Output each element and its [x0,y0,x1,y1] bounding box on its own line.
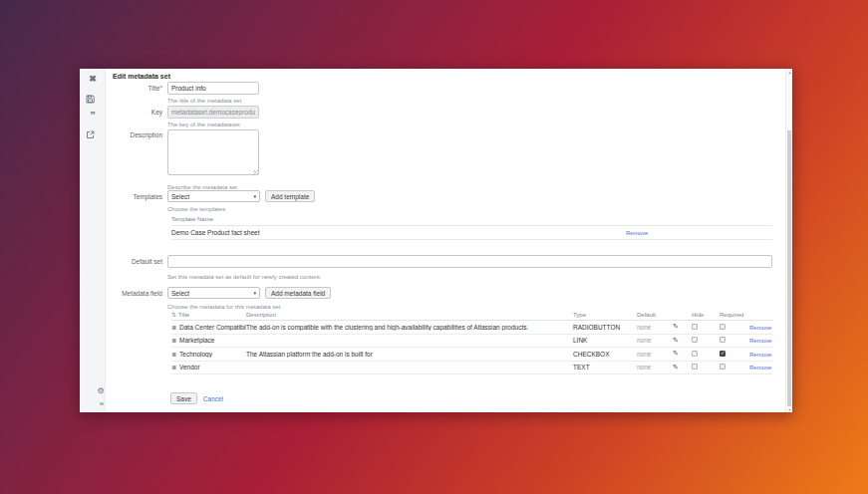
template-name-header: Template Name [171,214,772,226]
chevron-down-icon: ▾ [253,290,256,296]
add-metadata-field-button[interactable]: Add metadata field [265,287,331,299]
remove-field-link[interactable]: Remove [749,338,771,344]
remove-field-link[interactable]: Remove [749,352,771,358]
required-checkbox[interactable] [720,324,725,330]
default-set-input[interactable] [167,255,772,268]
default-set-label: Default set [107,258,162,265]
key-input [167,106,259,119]
field-default: none [637,337,673,344]
field-default: none [637,364,673,370]
drag-handle-icon[interactable]: ≣ [171,365,176,370]
table-row: ≣Technology The Atlassian platform the a… [171,348,772,362]
sidebar-rail: ✖ ” ⚙ » [80,69,106,412]
scroll-down-icon[interactable]: ▼ [786,407,793,412]
field-title: Technology [179,351,212,358]
field-type: LINK [573,337,637,344]
edit-default-icon[interactable]: ✎ [673,323,679,330]
header-default: Default [637,312,673,318]
app-logo-icon[interactable]: ✖ [86,74,100,84]
scroll-up-icon[interactable]: ▲ [786,70,793,75]
title-input[interactable] [167,82,259,95]
edit-metadata-set-panel: ✖ ” ⚙ » ▲ ▼ Edit metadata set Title* The… [80,69,792,412]
form-content: Edit metadata set Title* The title of th… [107,69,785,412]
resize-handle[interactable] [253,170,258,175]
header-hide: Hide [692,312,720,318]
table-row: ≣Vendor TEXT none ✎ Remove [171,362,772,375]
drag-handle-icon[interactable]: ≣ [171,338,176,344]
cancel-link[interactable]: Cancel [203,395,223,402]
settings-gear-icon[interactable]: ⚙ [94,386,108,395]
title-label: Title* [107,85,162,92]
field-table-header: ⇅Title Description Type Default Hide Req… [171,309,772,321]
description-textarea[interactable] [167,129,259,175]
header-type: Type [573,312,637,318]
table-row: ≣Data Center Compatibility The add-on is… [171,321,772,335]
metadata-field-table: ⇅Title Description Type Default Hide Req… [171,309,772,374]
save-disk-icon[interactable] [86,95,100,104]
edit-default-icon[interactable]: ✎ [673,337,679,344]
field-title: Data Center Compatibility [179,324,246,331]
templates-table: Template Name Demo Case Product fact she… [171,214,772,240]
templates-label: Templates [107,193,162,200]
required-checkbox[interactable] [720,337,725,343]
key-help-text: The key of the metadataset [167,122,240,127]
field-description: The add-on is compatible with the cluste… [246,324,573,331]
remove-template-link[interactable]: Remove [626,226,648,240]
field-title: Vendor [179,364,200,370]
edit-default-icon[interactable]: ✎ [673,350,679,357]
hide-checkbox[interactable] [692,337,698,343]
field-type: TEXT [573,364,637,370]
edit-default-icon[interactable]: ✎ [673,364,679,370]
template-row: Demo Case Product fact sheet Remove [171,226,772,240]
external-link-icon[interactable] [86,130,100,139]
add-template-button[interactable]: Add template [265,190,315,202]
field-default: none [637,351,673,358]
description-label: Description [107,129,162,138]
metadata-field-select[interactable]: Select▾ [167,287,260,299]
remove-field-link[interactable]: Remove [749,365,771,370]
sort-icon[interactable]: ⇅ [171,312,176,318]
template-name: Demo Case Product fact sheet [171,229,260,236]
chevron-down-icon: ▾ [253,193,256,199]
page-title: Edit metadata set [113,73,170,80]
required-asterisk: * [160,85,162,91]
templates-help-text: Choose the templates [167,206,225,212]
scrollbar-thumb[interactable] [787,130,791,406]
field-default: none [637,324,673,331]
field-type: RADIOBUTTON [573,324,637,331]
drag-handle-icon[interactable]: ≣ [171,352,176,358]
templates-select[interactable]: Select▾ [167,190,260,202]
header-required: Required [720,312,749,318]
vertical-scrollbar[interactable]: ▲ ▼ [785,69,792,412]
header-description: Description [246,312,573,318]
drag-handle-icon[interactable]: ≣ [171,325,176,331]
quote-icon[interactable]: ” [86,111,100,121]
default-set-help-text: Set this metadata set as default for new… [167,274,321,280]
field-title: Marketplace [179,337,214,344]
title-help-text: The title of the metadata set [167,98,241,104]
hide-checkbox[interactable] [692,351,698,357]
hide-checkbox[interactable] [692,324,698,330]
required-checkbox[interactable] [720,364,725,370]
key-label: Key [107,109,162,116]
hide-checkbox[interactable] [692,364,698,370]
table-row: ≣Marketplace LINK none ✎ Remove [171,335,772,349]
header-title[interactable]: Title [178,312,189,318]
metadata-field-label: Metadata field [107,290,162,297]
save-button[interactable]: Save [170,392,197,404]
field-type: CHECKBOX [573,351,637,358]
required-checkbox[interactable] [720,351,725,357]
field-description: The Atlassian platform the add-on is bui… [246,351,573,358]
remove-field-link[interactable]: Remove [749,325,771,331]
